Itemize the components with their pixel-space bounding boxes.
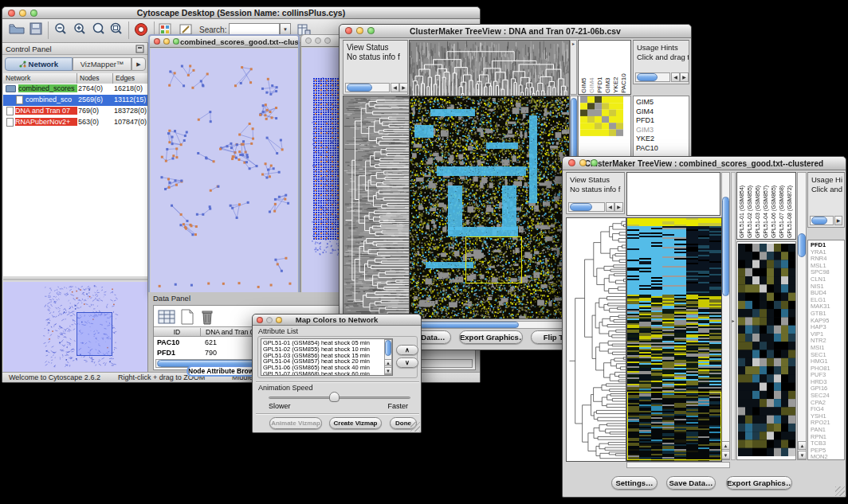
gene-label[interactable]: RNR4 [811, 256, 844, 263]
zoom-button[interactable] [324, 37, 331, 44]
gene-label[interactable]: CPA2 [811, 400, 844, 407]
usage-hints-h-scrollbar[interactable] [810, 216, 834, 225]
heatmap-h-scrollbar[interactable] [409, 321, 570, 329]
row-dendrogram[interactable] [566, 217, 626, 462]
scroll-left-arrow[interactable]: ◀ [606, 202, 614, 212]
gene-label[interactable]: HAP3 [811, 324, 844, 331]
column-header-nodes[interactable]: Nodes [77, 73, 113, 84]
main-title-bar[interactable]: Cytoscape Desktop (Session Name: collins… [2, 7, 480, 19]
gene-label[interactable]: KAP95 [811, 318, 844, 325]
data-row-value[interactable]: 790 [205, 349, 217, 357]
gene-label[interactable]: MSL1 [811, 263, 844, 270]
treeview1-title-bar[interactable]: ClusterMaker TreeView : DNA and Tran 07-… [340, 25, 691, 38]
gene-label[interactable]: ELG1 [811, 297, 844, 304]
gene-label[interactable]: SEC1 [811, 352, 844, 359]
gene-label[interactable]: PFD1 [636, 116, 689, 126]
zoom-out-icon[interactable] [53, 22, 68, 40]
column-header-network[interactable]: Network [3, 73, 77, 84]
gene-label[interactable]: GIM4 [636, 107, 689, 117]
similarity-heatmap[interactable] [409, 96, 570, 319]
column-label[interactable]: GIM3 [604, 42, 611, 93]
close-button[interactable] [154, 38, 160, 45]
scrollbar-thumb[interactable] [347, 84, 372, 92]
expression-heatmap[interactable] [626, 217, 722, 462]
column-label[interactable]: GPL51-08 (GSM872) [787, 174, 795, 238]
minimize-button[interactable] [315, 37, 321, 44]
new-document-icon[interactable] [180, 309, 194, 328]
slider-thumb[interactable] [329, 392, 340, 402]
gene-label[interactable]: BUD4 [811, 290, 844, 297]
column-label[interactable]: GPL51-07 (GSM868) [779, 174, 787, 238]
scrollbar-thumb[interactable] [798, 233, 806, 257]
gene-label[interactable]: YSH1 [811, 413, 844, 420]
zoom-button[interactable] [173, 38, 179, 45]
minimize-button[interactable] [579, 159, 587, 166]
data-row-id[interactable]: PAC10 [157, 338, 179, 346]
network-view-title-bar[interactable]: combined_scores_good.txt--cluste... [150, 36, 298, 48]
scrollbar-thumb[interactable] [722, 197, 729, 296]
gene-label[interactable]: CLN1 [811, 276, 844, 283]
scroll-right-arrow[interactable]: ▶ [834, 216, 842, 225]
column-label[interactable]: YKE2 [612, 42, 619, 93]
scrollbar-thumb[interactable] [811, 217, 827, 225]
scroll-left-arrow[interactable]: ◀ [391, 83, 399, 92]
network-canvas[interactable] [151, 49, 297, 293]
selected-submatrix[interactable] [738, 244, 795, 456]
close-button[interactable] [257, 317, 263, 323]
heatmap-v-scrollbar[interactable]: ▲ ▼ [721, 172, 730, 460]
move-down-button[interactable]: ∨ [396, 357, 418, 368]
scroll-right-arrow[interactable]: ▶ [680, 72, 689, 82]
open-folder-icon[interactable] [9, 22, 25, 38]
zoom-in-icon[interactable] [73, 22, 87, 40]
gene-label[interactable]: PEP5 [811, 447, 844, 455]
zoom-fit-icon[interactable] [109, 22, 124, 40]
zoom-button[interactable] [30, 10, 37, 17]
gene-label[interactable]: MON2 [811, 454, 844, 460]
gene-label[interactable]: PUF3 [811, 372, 844, 379]
scrollbar-thumb[interactable] [410, 322, 519, 328]
gene-label[interactable]: RPO21 [811, 420, 844, 427]
scroll-right-arrow[interactable]: ▶ [399, 83, 408, 92]
close-button[interactable] [305, 37, 312, 44]
column-header-id[interactable]: ID [154, 328, 200, 336]
minimize-button[interactable] [266, 317, 273, 323]
scroll-up-arrow[interactable]: ▲ [384, 359, 392, 366]
network-row-rnapuber[interactable]: RNAPuberNov2+ 563(0) 107847(0) [3, 117, 147, 128]
column-label[interactable]: GPL51-03 (GSM856) [755, 174, 763, 238]
column-label[interactable]: PFD1 [596, 42, 603, 93]
scrollbar-thumb[interactable] [570, 203, 592, 211]
tab-network[interactable]: Network [5, 57, 73, 71]
view-status-h-scrollbar[interactable] [568, 202, 605, 212]
column-label[interactable]: GPL51-01 (GSM854) [739, 174, 747, 238]
scroll-down-arrow[interactable]: ▼ [721, 451, 730, 459]
column-label[interactable]: GPL51-04 (GSM857) [763, 174, 771, 238]
gene-label[interactable]: RPN1 [811, 434, 844, 441]
gene-label[interactable]: PFD1 [811, 242, 844, 249]
minimize-button[interactable] [19, 10, 26, 17]
save-icon[interactable] [29, 22, 42, 38]
gene-label[interactable]: MSI1 [811, 345, 844, 352]
gene-label[interactable]: GPI16 [811, 385, 844, 393]
view-status-h-scrollbar[interactable] [345, 83, 390, 92]
data-row-id[interactable]: PFD1 [157, 349, 175, 357]
zoom-button[interactable] [276, 317, 282, 323]
splitter-strip[interactable]: ▸ [731, 172, 736, 460]
table-icon[interactable] [158, 309, 175, 328]
minimize-button[interactable] [356, 27, 363, 34]
animate-vizmap-button[interactable]: Animate Vizmap [269, 417, 322, 429]
column-dendrogram-area[interactable] [626, 172, 720, 216]
trash-icon[interactable] [200, 309, 214, 328]
column-label[interactable]: GPL51-06 (GSM865) [771, 174, 779, 238]
settings-button[interactable]: Settings… [611, 476, 658, 490]
gene-label[interactable]: PAN1 [811, 427, 844, 434]
scroll-right-arrow[interactable]: ▶ [614, 202, 623, 212]
scroll-up-arrow[interactable]: ▲ [721, 441, 730, 450]
column-label[interactable]: GIM4 [588, 42, 595, 93]
save-data-button[interactable]: Save Data… [666, 476, 716, 490]
minimize-button[interactable] [163, 38, 170, 45]
export-graphics-button[interactable]: Export Graphics… [459, 330, 523, 344]
column-dendrogram[interactable] [409, 40, 570, 96]
column-label[interactable]: GPL51-02 (GSM855) [747, 174, 755, 238]
tab-overflow-arrow[interactable]: ▶ [132, 57, 146, 71]
gene-label[interactable]: NIS1 [811, 283, 844, 291]
